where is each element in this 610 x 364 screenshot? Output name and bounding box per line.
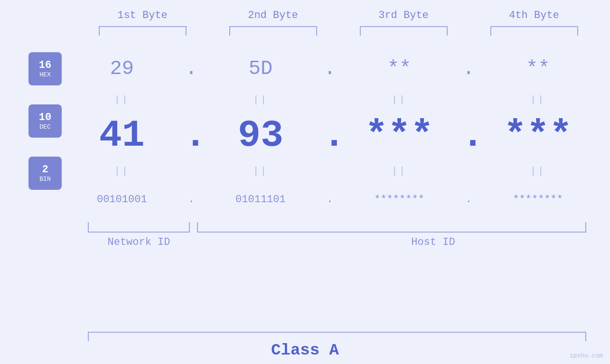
eq1-b4: || (494, 94, 582, 105)
dec-dot1: . (184, 114, 198, 157)
hex-row: 29 . 5D . ** . ** (69, 47, 591, 90)
equals-row-1: || || || || (69, 90, 591, 109)
dec-byte4: *** (494, 114, 582, 157)
rows-container: 29 . 5D . ** . ** || || || || 41 (69, 47, 610, 218)
bin-dot2: . (323, 194, 337, 205)
hex-dot3: . (461, 57, 476, 80)
hex-byte2: 5D (216, 57, 304, 80)
bracket-top-1 (99, 26, 187, 36)
bin-badge-label: BIN (39, 176, 50, 183)
hex-byte1: 29 (78, 57, 166, 80)
dec-badge: 10 DEC (28, 104, 62, 138)
bracket-top-4 (490, 26, 578, 36)
bin-byte3: ******** (356, 194, 443, 205)
bin-dot1: . (184, 194, 198, 205)
byte-headers: 1st Byte 2nd Byte 3rd Byte 4th Byte (77, 9, 600, 21)
byte1-header: 1st Byte (95, 9, 190, 21)
hex-badge-value: 16 (39, 59, 51, 71)
bracket-top-2 (229, 26, 317, 36)
dec-badge-label: DEC (39, 123, 50, 131)
class-bar: Class A (0, 321, 610, 364)
class-bracket (88, 332, 586, 341)
network-id-label: Network ID (88, 236, 190, 248)
bin-badge: 2 BIN (28, 157, 62, 190)
host-id-bracket (197, 222, 586, 233)
hex-byte3: ** (356, 57, 443, 80)
hex-dot2: . (323, 57, 337, 80)
eq2-b2: || (216, 166, 304, 177)
hex-byte4: ** (494, 57, 582, 80)
class-label: Class A (271, 341, 339, 359)
eq1-b3: || (356, 94, 443, 105)
hex-dot1: . (184, 57, 198, 80)
eq2-b4: || (494, 166, 582, 177)
labels-column: 16 HEX 10 DEC 2 BIN (0, 47, 69, 195)
dec-dot3: . (461, 114, 476, 157)
bracket-top-3 (360, 26, 448, 36)
byte4-header: 4th Byte (487, 9, 582, 21)
eq2-b1: || (78, 166, 166, 177)
dec-byte3: *** (356, 114, 443, 157)
host-id-label: Host ID (190, 236, 610, 248)
main-container: 1st Byte 2nd Byte 3rd Byte 4th Byte 16 H… (0, 0, 610, 364)
dec-byte1: 41 (78, 114, 166, 157)
hex-badge-label: HEX (39, 71, 50, 78)
network-id-bracket (88, 222, 190, 233)
byte2-header: 2nd Byte (225, 9, 320, 21)
equals-row-2: || || || || (69, 161, 591, 180)
bin-byte1: 00101001 (78, 194, 166, 205)
bin-byte4: ******** (494, 194, 582, 205)
eq2-b3: || (356, 166, 443, 177)
bin-badge-value: 2 (42, 164, 48, 176)
bin-dot3: . (461, 194, 476, 205)
dec-badge-value: 10 (39, 112, 51, 123)
hex-badge: 16 HEX (28, 52, 62, 85)
bin-byte2: 01011101 (216, 194, 304, 205)
dec-dot2: . (323, 114, 337, 157)
eq1-b1: || (78, 94, 166, 105)
eq1-b2: || (216, 94, 304, 105)
byte3-header: 3rd Byte (356, 9, 451, 21)
bin-row: 00101001 . 01011101 . ******** . *******… (69, 180, 591, 218)
watermark: ipshu.com (570, 352, 603, 359)
dec-row: 41 . 93 . *** . *** (69, 109, 591, 161)
dec-byte2: 93 (216, 114, 304, 157)
top-brackets (77, 26, 600, 36)
